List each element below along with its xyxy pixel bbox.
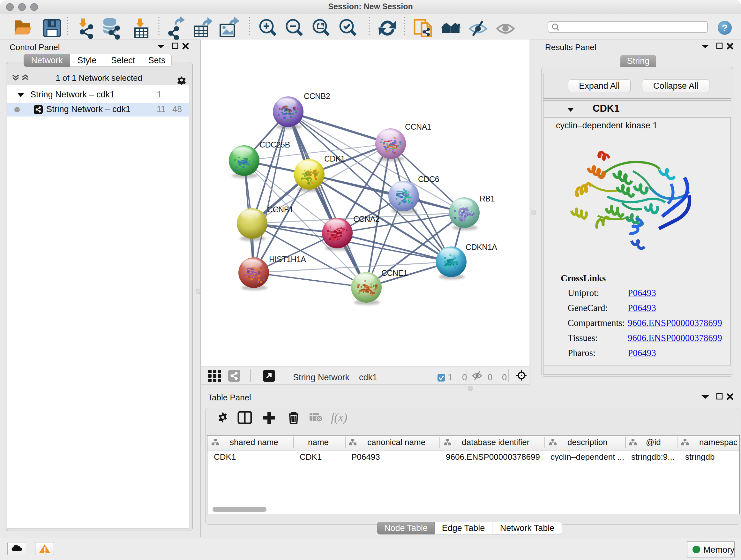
svg-text:CDKN1A: CDKN1A [466,243,497,252]
svg-text:database identifier: database identifier [462,437,530,447]
svg-text:9606.ENSP00000378699: 9606.ENSP00000378699 [446,452,540,462]
svg-text:CDC25B: CDC25B [259,140,290,149]
svg-text:CDC6: CDC6 [418,175,439,184]
svg-text:CDK1: CDK1 [300,452,322,462]
svg-text:CCNA1: CCNA1 [405,122,431,131]
svg-text:CDK1: CDK1 [324,154,345,163]
svg-text:stringdb: stringdb [685,452,715,462]
svg-text:CCNE1: CCNE1 [381,268,408,277]
svg-text:HIST1H1A: HIST1H1A [269,255,306,264]
svg-text:0 – 0: 0 – 0 [488,373,507,382]
svg-text:@id: @id [646,437,661,447]
svg-text:CDK1: CDK1 [214,452,236,462]
svg-text:f(x): f(x) [331,411,347,424]
svg-text:name: name [308,437,329,447]
svg-text:shared name: shared name [230,437,278,447]
svg-text:stringdb:9...: stringdb:9... [631,452,675,462]
svg-text:CCNB2: CCNB2 [304,91,330,101]
svg-text:CCNA2: CCNA2 [353,214,380,224]
svg-text:P06493: P06493 [351,452,380,462]
svg-text:1 – 0: 1 – 0 [448,373,467,382]
svg-text:cyclin–dependent ...: cyclin–dependent ... [550,452,624,462]
svg-text:RB1: RB1 [480,194,495,203]
svg-text:description: description [567,437,608,447]
svg-text:canonical name: canonical name [367,437,425,447]
svg-text:namespac: namespac [699,437,738,447]
svg-text:String Network – cdk1: String Network – cdk1 [293,373,377,382]
svg-text:CCNB1: CCNB1 [267,205,293,214]
